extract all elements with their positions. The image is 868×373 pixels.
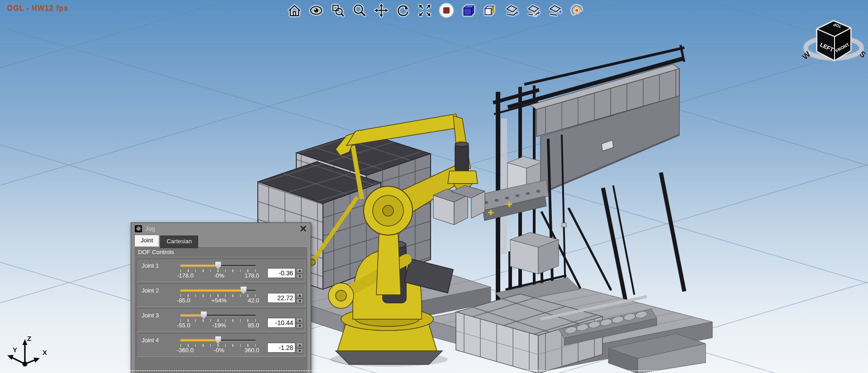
slider-thumb[interactable] [241,287,247,294]
scale-min: -55.0 [177,322,190,329]
slider-scale: -360.0 -0% 360.0 [177,347,259,354]
view-cube[interactable]: W S LEFT FRONT TOP [800,12,868,66]
y-axis-label: Y [13,346,17,354]
shaded-view-button[interactable] [460,1,477,19]
shaded-cube-icon [461,3,475,18]
scale-min: -178.0 [177,272,194,279]
scale-max: 360.0 [244,347,259,354]
joint-label: Joint 2 [142,287,159,294]
scale-percent: -0% [214,347,224,354]
spin-down-button[interactable] [296,299,303,304]
eye-icon [309,3,323,18]
zoom-button[interactable] [351,1,368,19]
jog-tab-bar: Joint Cartesian [131,235,311,246]
joint-value-field[interactable] [267,318,295,328]
fit-all-icon [417,3,432,18]
orbit-button[interactable] [568,1,585,19]
dialog-title: Jog [145,225,155,232]
spin-up-button[interactable] [296,318,303,323]
spin-up-button[interactable] [296,268,303,274]
spin-up-button[interactable] [296,343,303,348]
plane-xz-button[interactable] [525,1,542,19]
gear-icon [135,225,142,232]
x-axis-label: X [43,349,47,356]
joint-row: Joint 3 -55.0 -19% 85.0 [137,308,305,332]
tab-cartesian[interactable]: Cartesian [160,236,198,248]
value-spinner [296,343,303,354]
record-icon [439,3,454,18]
joint-label: Joint 4 [142,337,159,344]
joint-row: Joint 2 -85.0 +54% 42.0 [137,283,305,307]
joint-label: Joint 1 [142,262,159,269]
plane-xy-button[interactable] [503,1,520,19]
selection-handle[interactable] [562,223,566,227]
pan-button[interactable] [373,1,390,19]
slider-thumb[interactable] [201,312,207,319]
home-icon [287,3,302,18]
z-axis-label: Z [27,335,31,342]
zoom-window-button[interactable] [329,1,346,19]
plane-xy-icon [504,3,519,18]
spin-up-button[interactable] [296,293,303,298]
scale-max: 178.0 [244,272,259,279]
scale-max: 42.0 [248,297,259,304]
y-axis-arrow [7,355,14,360]
fit-all-button[interactable] [416,1,433,19]
zoom-icon [352,3,367,18]
jog-panel: DOF Controls Joint 1 -178.0 -0% 178.0 Jo… [134,246,308,373]
orbit-icon [569,3,584,18]
rotate-view-button[interactable] [394,1,412,19]
scale-percent: -0% [214,272,224,279]
slider-thumb[interactable] [215,336,221,344]
spin-down-button[interactable] [296,324,303,329]
slider-scale: -85.0 +54% 42.0 [177,297,259,304]
joint-value-field[interactable] [267,268,295,278]
tab-joint[interactable]: Joint [134,235,159,246]
value-spinner [296,268,303,279]
joint-value-field[interactable] [267,293,295,303]
jog-title-bar[interactable]: Jog [131,223,311,234]
joint-row: Joint 4 -360.0 -0% 360.0 [137,333,305,357]
joint-value-field[interactable] [267,343,295,353]
home-button[interactable] [286,1,303,19]
scale-percent: +54% [211,297,227,304]
spin-down-button[interactable] [296,274,303,279]
plane-yz-icon [548,3,562,18]
main-toolbar [286,1,585,19]
fps-counter: OGL - HW12 fps [7,4,69,12]
x-axis-arrow [33,358,40,363]
scene-3d-viewport[interactable] [0,0,868,373]
close-button[interactable] [299,225,307,233]
zoom-window-icon [331,3,345,18]
jog-dialog: Jog Joint Cartesian DOF Controls Joint 1… [131,222,311,373]
joint-slider[interactable] [180,340,256,341]
rotate-view-icon [396,3,410,18]
joint-slider[interactable] [180,290,256,292]
slider-scale: -178.0 -0% 178.0 [177,272,259,279]
group-title: DOF Controls [134,247,308,257]
view-button[interactable] [308,1,325,19]
slider-scale: -55.0 -19% 85.0 [177,322,259,329]
compass-west-label[interactable]: W [801,50,812,61]
joint-slider[interactable] [180,265,256,267]
scale-min: -85.0 [177,297,190,304]
scale-min: -360.0 [177,347,194,354]
joint-row: Joint 1 -178.0 -0% 178.0 [137,259,305,282]
scale-max: 85.0 [248,322,259,329]
pan-icon [374,3,389,18]
joint-slider[interactable] [180,315,256,316]
record-button[interactable] [438,1,455,19]
joint-label: Joint 3 [142,312,159,319]
plane-xz-icon [526,3,541,18]
close-icon [300,226,306,231]
open-box-button[interactable] [481,1,498,19]
slider-thumb[interactable] [215,262,221,269]
axis-triad: Z Y X [4,330,62,373]
spin-down-button[interactable] [296,349,303,354]
z-axis-arrow [23,339,28,345]
scale-percent: -19% [212,322,226,329]
plane-yz-button[interactable] [546,1,564,19]
value-spinner [296,293,303,304]
selection-marquee-line [0,370,868,371]
value-spinner [296,318,303,329]
